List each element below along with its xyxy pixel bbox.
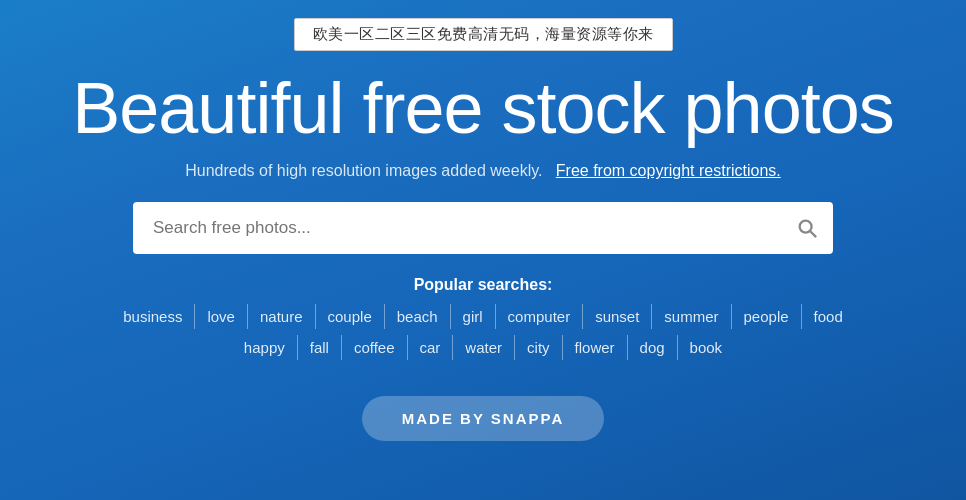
tag-girl[interactable]: girl: [451, 304, 496, 329]
tags-row-1: businesslovenaturecouplebeachgirlcompute…: [111, 304, 855, 329]
search-icon: [796, 217, 818, 239]
popular-section: Popular searches: businesslovenaturecoup…: [111, 276, 855, 366]
tag-food[interactable]: food: [802, 304, 855, 329]
tag-sunset[interactable]: sunset: [583, 304, 652, 329]
made-by-snappa-button[interactable]: MADE BY SNAPPA: [362, 396, 604, 441]
ad-text: 欧美一区二区三区免费高清无码，海量资源等你来: [313, 25, 654, 42]
search-button[interactable]: [781, 202, 833, 254]
tag-couple[interactable]: couple: [316, 304, 385, 329]
popular-label: Popular searches:: [111, 276, 855, 294]
search-input[interactable]: [133, 202, 833, 254]
tag-coffee[interactable]: coffee: [342, 335, 408, 360]
tags-row-2: happyfallcoffeecarwatercityflowerdogbook: [111, 335, 855, 360]
page-title: Beautiful free stock photos: [72, 69, 894, 148]
svg-line-1: [810, 231, 816, 237]
search-container: [133, 202, 833, 254]
tag-happy[interactable]: happy: [232, 335, 298, 360]
subtitle-link[interactable]: Free from copyright restrictions.: [556, 162, 781, 179]
tag-dog[interactable]: dog: [628, 335, 678, 360]
tag-summer[interactable]: summer: [652, 304, 731, 329]
tag-fall[interactable]: fall: [298, 335, 342, 360]
subtitle-plain: Hundreds of high resolution images added…: [185, 162, 542, 179]
tag-flower[interactable]: flower: [563, 335, 628, 360]
tag-city[interactable]: city: [515, 335, 563, 360]
tag-beach[interactable]: beach: [385, 304, 451, 329]
ad-banner[interactable]: 欧美一区二区三区免费高清无码，海量资源等你来: [294, 18, 673, 51]
tag-people[interactable]: people: [732, 304, 802, 329]
subtitle: Hundreds of high resolution images added…: [185, 162, 781, 180]
svg-point-0: [800, 221, 812, 233]
tag-computer[interactable]: computer: [496, 304, 584, 329]
tag-water[interactable]: water: [453, 335, 515, 360]
tag-nature[interactable]: nature: [248, 304, 316, 329]
tag-book[interactable]: book: [678, 335, 735, 360]
tag-love[interactable]: love: [195, 304, 248, 329]
tag-business[interactable]: business: [111, 304, 195, 329]
tag-car[interactable]: car: [408, 335, 454, 360]
